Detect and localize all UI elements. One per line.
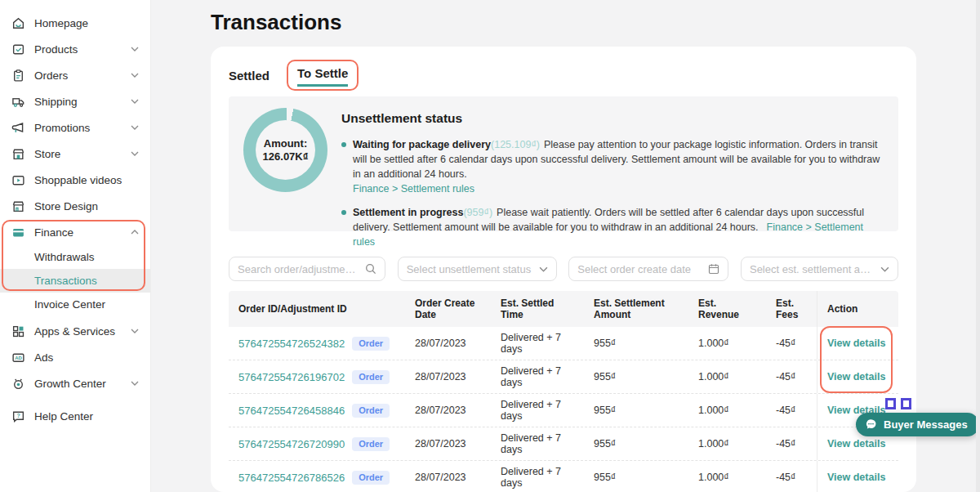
help-center-icon: ? — [11, 409, 25, 423]
sidebar: Homepage Products Orders Shipping — [0, 0, 151, 492]
est-settled-time: Delivered + 7 days — [491, 332, 584, 355]
sidebar-item-homepage[interactable]: Homepage — [0, 10, 150, 36]
search-icon — [365, 263, 376, 275]
order-id-link[interactable]: 576472554726720990 — [238, 438, 345, 450]
order-id-link[interactable]: 576472554726524382 — [238, 338, 345, 350]
amount-select-placeholder: Select est. settlement amo... — [750, 263, 874, 275]
order-create-date: 28/07/2023 — [405, 472, 491, 483]
bullet-dot-icon — [341, 210, 346, 215]
settlement-rules-link[interactable]: Finance > Settlement rules — [353, 181, 474, 196]
sidebar-item-invoice-center[interactable]: Invoice Center — [0, 293, 150, 316]
order-type-badge: Order — [352, 370, 390, 384]
sidebar-item-apps-services[interactable]: Apps & Services — [0, 318, 150, 344]
view-details-link[interactable]: View details — [827, 338, 885, 349]
order-create-date: 28/07/2023 — [405, 338, 491, 349]
table-header-row: Order ID/Adjustment ID Order Create Date… — [229, 291, 898, 327]
est-revenue: 1.000₫ — [688, 371, 766, 382]
unsettlement-status-panel: Amount: 126.07K₫ Unsettlement status Wai… — [229, 96, 898, 231]
chevron-down-icon — [880, 266, 889, 272]
sidebar-item-shipping[interactable]: Shipping — [0, 88, 150, 114]
est-fees: -45₫ — [766, 371, 817, 382]
order-id-link[interactable]: 576472554726786526 — [238, 472, 345, 484]
search-placeholder: Search order/adjustment ID — [238, 263, 359, 275]
order-type-badge: Order — [352, 471, 390, 485]
unsettlement-status-title: Unsettlement status — [341, 111, 887, 126]
unsettlement-status-select[interactable]: Select unsettlement status — [398, 257, 557, 281]
sidebar-item-store-design[interactable]: Store Design — [0, 193, 150, 219]
order-create-date-picker[interactable]: Select order create date — [568, 257, 728, 281]
est-settlement-amount: 955₫ — [584, 405, 688, 416]
order-create-date: 28/07/2023 — [405, 371, 491, 382]
shipping-icon — [11, 95, 25, 109]
order-id-link[interactable]: 576472554726196702 — [238, 371, 345, 383]
sidebar-item-withdrawals[interactable]: Withdrawals — [0, 245, 150, 269]
sidebar-item-transactions[interactable]: Transactions — [0, 269, 150, 293]
search-input[interactable]: Search order/adjustment ID — [229, 257, 385, 281]
ads-icon: AD — [11, 351, 25, 365]
chat-bubble-icon — [864, 418, 878, 432]
promotions-icon — [11, 121, 25, 135]
sidebar-item-help-center[interactable]: ? Help Center — [0, 403, 150, 429]
table-row: 576472554726196702Order 28/07/2023 Deliv… — [229, 360, 898, 394]
est-settlement-amount: 955₫ — [584, 371, 688, 382]
orders-icon — [11, 69, 25, 83]
column-header-create-date: Order Create Date — [405, 297, 491, 320]
chevron-down-icon — [131, 125, 139, 130]
sidebar-item-products[interactable]: Products — [0, 36, 150, 62]
view-details-link[interactable]: View details — [827, 438, 885, 450]
sidebar-item-label: Homepage — [34, 17, 88, 29]
sidebar-item-shoppable-videos[interactable]: Shoppable videos — [0, 167, 150, 193]
sidebar-item-promotions[interactable]: Promotions — [0, 114, 150, 141]
sidebar-item-store[interactable]: Store — [0, 141, 150, 167]
shoppable-videos-icon — [11, 173, 25, 187]
chevron-down-icon — [539, 266, 548, 272]
order-type-badge: Order — [352, 404, 390, 418]
chevron-down-icon — [131, 151, 139, 156]
tab-bar: Settled To Settle — [229, 60, 359, 91]
tab-settled[interactable]: Settled — [229, 69, 270, 83]
status-select-placeholder: Select unsettlement status — [407, 263, 532, 275]
column-header-fees: Est. Fees — [766, 297, 817, 320]
buyer-messages-button[interactable]: Buyer Messages — [856, 413, 979, 436]
to-settle-annotation-box: To Settle — [287, 60, 359, 91]
sidebar-item-label: Finance — [34, 226, 74, 239]
est-settled-time: Delivered + 7 days — [491, 399, 584, 422]
sidebar-item-finance[interactable]: Finance — [0, 219, 150, 245]
sidebar-item-label: Store Design — [34, 200, 98, 212]
sidebar-item-label: Withdrawals — [34, 251, 95, 263]
scrollbar[interactable] — [976, 0, 980, 492]
sidebar-item-orders[interactable]: Orders — [0, 62, 150, 88]
est-fees: -45₫ — [766, 472, 817, 483]
bullet-amount: (959₫) — [463, 207, 492, 218]
unsettlement-bullet-in-progress: Settlement in progress(959₫)Please wait … — [341, 205, 887, 249]
settlement-amount-select[interactable]: Select est. settlement amo... — [741, 257, 898, 281]
view-details-link[interactable]: View details — [827, 371, 885, 382]
est-settlement-amount: 955₫ — [584, 438, 688, 450]
est-settled-time: Delivered + 7 days — [491, 365, 584, 388]
sidebar-item-label: Ads — [34, 351, 53, 364]
sidebar-item-label: Shoppable videos — [34, 174, 122, 186]
est-settled-time: Delivered + 7 days — [491, 432, 584, 455]
calendar-icon — [708, 263, 719, 275]
est-fees: -45₫ — [766, 438, 817, 450]
products-icon — [11, 42, 25, 56]
bullet-lead: Waiting for package delivery — [353, 139, 491, 150]
tab-to-settle[interactable]: To Settle — [297, 66, 348, 87]
est-fees: -45₫ — [766, 338, 817, 349]
sidebar-item-growth-center[interactable]: Growth Center — [0, 370, 150, 396]
est-settlement-amount: 955₫ — [584, 338, 688, 349]
view-details-link[interactable]: View details — [827, 472, 885, 483]
order-id-link[interactable]: 576472554726458846 — [238, 405, 345, 417]
sidebar-item-label: Invoice Center — [34, 298, 105, 311]
donut-amount-value: 126.07K₫ — [263, 150, 309, 163]
transactions-table: Order ID/Adjustment ID Order Create Date… — [229, 291, 898, 492]
finance-icon — [11, 226, 25, 239]
order-type-badge: Order — [352, 337, 390, 351]
chevron-down-icon — [131, 47, 139, 51]
store-icon — [11, 147, 25, 161]
sidebar-item-ads[interactable]: AD Ads — [0, 344, 150, 370]
store-design-icon — [11, 199, 25, 213]
page-title: Transactions — [211, 10, 341, 35]
overlay-squares-icon — [885, 398, 911, 409]
chevron-down-icon — [131, 99, 139, 104]
